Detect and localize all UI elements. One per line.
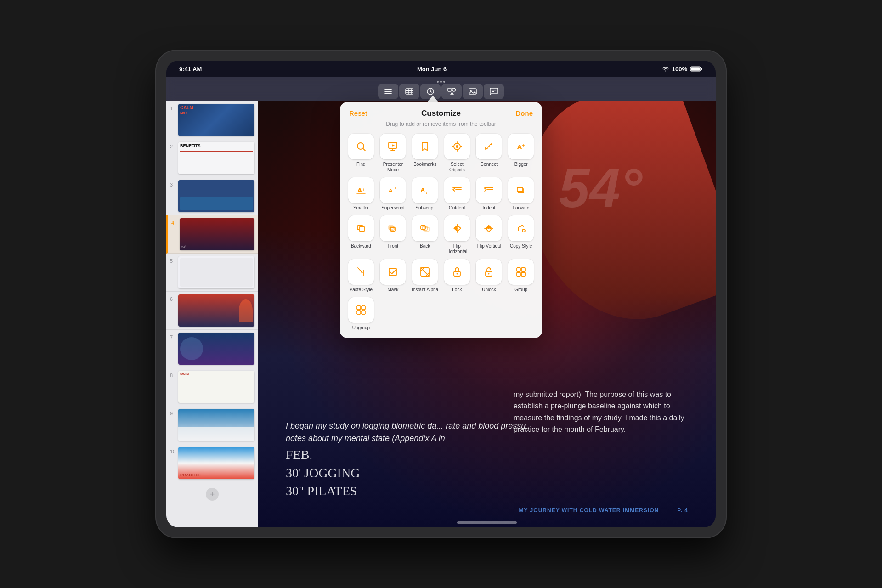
ungroup-label: Ungroup [352,325,370,331]
battery-percent: 100% [672,66,687,73]
svg-text:A: A [357,187,362,194]
toolbar-table-btn[interactable] [399,84,419,99]
add-page-button[interactable]: + [166,482,258,506]
svg-point-71 [488,273,490,275]
toolbar-dots [437,81,445,83]
sidebar-page-1[interactable]: 1 CALMM54 [166,101,258,139]
grid-item-forward[interactable]: Forward [507,177,535,211]
grid-item-group[interactable]: Group [507,259,535,293]
grid-item-presenter[interactable]: Presenter Mode [379,134,407,173]
grid-item-instant-alpha[interactable]: Instant Alpha [411,259,439,293]
sidebar-page-9[interactable]: 9 [166,406,258,444]
page-thumb-9 [178,409,254,441]
grid-item-backward[interactable]: Backward [347,215,375,254]
svg-rect-57 [389,226,393,229]
page-thumb-10: PRACTICE [178,447,254,479]
page-num-3: 3 [170,182,178,187]
battery-icon [690,66,703,72]
svg-point-31 [456,145,458,148]
svg-line-16 [430,91,432,92]
doc-right-text: my submitted report). The purpose of thi… [514,389,688,435]
grid-item-flip-horizontal[interactable]: Flip Horizontal [443,215,471,254]
grid-item-lock[interactable]: Lock [443,259,471,293]
svg-point-18 [452,88,456,91]
grid-item-connect[interactable]: Connect [475,134,503,173]
copy-style-icon-box [508,215,534,241]
done-button[interactable]: Done [516,109,533,117]
page-thumb-7 [178,333,254,365]
forward-label: Forward [513,205,530,211]
flip-horizontal-label: Flip Horizontal [443,243,471,254]
reset-button[interactable]: Reset [349,109,367,117]
doc-footer-title: MY JOURNEY WITH COLD WATER IMMERSION [519,507,659,514]
sidebar-page-6[interactable]: 6 [166,292,258,330]
grid-item-superscript[interactable]: A↑ Superscript [379,177,407,211]
grid-item-paste-style[interactable]: Paste Style [347,259,375,293]
status-right: 100% [662,66,703,73]
status-bar: 9:41 AM Mon Jun 6 100% [166,61,716,77]
svg-text:₁: ₁ [426,191,427,195]
grid-item-back[interactable]: Back [411,215,439,254]
grid-item-front[interactable]: Front [379,215,407,254]
customize-modal[interactable]: Reset Customize Done Drag to add or remo… [340,102,542,338]
lock-label: Lock [452,287,462,293]
ipad-screen: 9:41 AM Mon Jun 6 100% [166,61,716,527]
grid-item-unlock[interactable]: Unlock [475,259,503,293]
svg-rect-77 [362,306,365,310]
flip-vertical-label: Flip Vertical [477,243,501,249]
sidebar-page-2[interactable]: 2 BENEFITS [166,139,258,177]
grid-item-subscript[interactable]: A₁ Subscript [411,177,439,211]
grid-item-ungroup[interactable]: Ungroup [347,297,375,331]
grid-item-bigger[interactable]: A+ Bigger [507,134,535,173]
sidebar-page-3[interactable]: 3 [166,177,258,215]
grid-item-smaller[interactable]: A+ Smaller [347,177,375,211]
toolbar-icons[interactable] [378,84,504,99]
doc-footer: MY JOURNEY WITH COLD WATER IMMERSION P. … [258,507,688,514]
svg-marker-19 [451,92,453,95]
svg-rect-72 [517,268,520,271]
instant-alpha-label: Instant Alpha [412,287,438,293]
backward-icon-box [348,215,374,241]
sidebar-page-10[interactable]: 10 PRACTICE [166,444,258,482]
status-date: Mon Jun 6 [417,66,447,73]
plus-icon: + [206,488,219,501]
grid-item-find[interactable]: Find [347,134,375,173]
grid-item-bookmarks[interactable]: Bookmarks [411,134,439,173]
mask-icon-box [380,259,406,285]
toolbar-shapes-btn[interactable] [441,84,462,99]
page-num-6: 6 [170,296,178,302]
back-icon-box [412,215,438,241]
unlock-icon-box [476,259,502,285]
ungroup-icon-box [348,297,374,323]
svg-rect-60 [424,227,429,231]
toolbar-comment-btn[interactable] [484,84,504,99]
sidebar-page-8[interactable]: 8 SWIM [166,368,258,406]
grid-item-mask[interactable]: Mask [379,259,407,293]
svg-point-63 [522,229,525,232]
grid-item-select-objects[interactable]: Select Objects [443,134,471,173]
svg-rect-54 [359,227,365,231]
svg-rect-73 [521,268,525,271]
svg-text:A: A [389,188,393,194]
group-icon-box [508,259,534,285]
sidebar-page-5[interactable]: 5 [166,254,258,292]
smaller-icon-box: A+ [348,177,374,203]
grid-item-outdent[interactable]: Outdent [443,177,471,211]
toolbar-clock-btn[interactable] [420,84,441,99]
toolbar-media-btn[interactable] [463,84,483,99]
toolbar-list-btn[interactable] [378,84,398,99]
page-thumb-1: CALMM54 [178,104,254,136]
svg-rect-20 [469,89,476,94]
grid-item-copy-style[interactable]: Copy Style [507,215,535,254]
svg-rect-9 [406,89,413,94]
sidebar-page-4[interactable]: 4 54° [166,215,258,254]
bigger-label: Bigger [514,162,528,167]
sidebar-page-7[interactable]: 7 [166,330,258,368]
find-label: Find [356,162,365,167]
indent-label: Indent [483,205,496,211]
bookmarks-label: Bookmarks [413,162,436,167]
grid-item-indent[interactable]: Indent [475,177,503,211]
grid-item-flip-vertical[interactable]: Flip Vertical [475,215,503,254]
svg-text:+: + [362,188,365,192]
svg-rect-78 [357,311,361,314]
